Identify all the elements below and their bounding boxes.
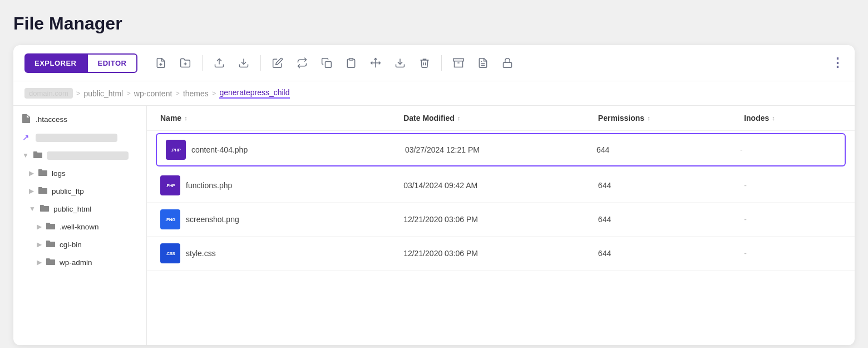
file-name-col-style: .CSS style.css — [160, 243, 403, 263]
sidebar-item-well-known-label: .well-known — [60, 223, 99, 231]
folder-icon-logs — [38, 168, 47, 178]
file-name-col-screenshot: .PNG screenshot.png — [160, 209, 403, 229]
breadcrumb-public-html[interactable]: public_html — [83, 89, 123, 98]
svg-rect-6 — [326, 62, 332, 68]
link-icon: ↗ — [22, 133, 31, 143]
sidebar-item-blurred1-label: ████████████████ — [36, 134, 117, 142]
rename-button[interactable] — [292, 53, 312, 73]
sidebar-item-blurred1[interactable]: ↗ ████████████████ — [13, 129, 146, 146]
breadcrumb-sep3: > — [175, 89, 180, 97]
breadcrumb-sep1: > — [76, 89, 81, 97]
chevron-right-icon: ▶ — [29, 169, 34, 177]
breadcrumb-themes[interactable]: themes — [183, 89, 209, 98]
breadcrumb-wp-content[interactable]: wp-content — [134, 89, 172, 98]
file-perms-style: 644 — [598, 249, 744, 258]
divider3 — [441, 55, 442, 71]
file-name-col-functions: .PHP functions.php — [160, 175, 403, 195]
file-name-col-content-404: .PHP content-404.php — [166, 140, 405, 160]
extract-button[interactable] — [234, 53, 254, 73]
file-type-icon-style: .CSS — [160, 243, 180, 263]
move-button[interactable] — [366, 53, 386, 73]
file-list-header: Name ↕ Date Modified ↕ Permissions ↕ Ino… — [147, 106, 855, 131]
sidebar: .htaccess ↗ ████████████████ ▼ █████████… — [13, 106, 147, 345]
tab-editor[interactable]: EDITOR — [87, 53, 138, 73]
file-name-style: style.css — [186, 249, 216, 258]
chevron-right-icon3: ▶ — [37, 223, 42, 231]
tab-group: EXPLORER EDITOR — [24, 53, 137, 73]
download-button[interactable] — [390, 53, 410, 73]
divider1 — [202, 55, 203, 71]
folder-open-icon-public-html — [40, 204, 49, 214]
sidebar-item-logs-label: logs — [52, 169, 66, 178]
sidebar-item-blurred2[interactable]: ▼ ████████████████ — [13, 146, 146, 164]
sidebar-item-logs[interactable]: ▶ logs — [13, 164, 146, 182]
sidebar-item-public-ftp[interactable]: ▶ public_ftp — [13, 182, 146, 200]
sidebar-item-htaccess[interactable]: .htaccess — [13, 110, 146, 129]
chevron-down-icon: ▼ — [22, 151, 29, 159]
page-title: File Manager — [13, 13, 855, 34]
svg-rect-11 — [453, 59, 463, 61]
folder-icon-cgi-bin — [46, 239, 55, 249]
upload-button[interactable] — [209, 53, 229, 73]
chevron-down-icon2: ▼ — [29, 205, 36, 213]
col-header-name[interactable]: Name ↕ — [160, 114, 403, 122]
file-inodes-functions: - — [744, 181, 841, 190]
toolbar: EXPLORER EDITOR — [13, 45, 855, 81]
sort-inodes-icon: ↕ — [772, 115, 775, 121]
file-rows-container: .PHP content-404.php 03/27/2024 12:21 PM… — [147, 133, 855, 271]
new-folder-button[interactable] — [175, 53, 195, 73]
file-type-icon-functions: .PHP — [160, 175, 180, 195]
file-row-functions[interactable]: .PHP functions.php 03/14/2024 09:42 AM 6… — [147, 169, 855, 203]
breadcrumb-sep2: > — [126, 89, 131, 97]
svg-rect-7 — [349, 58, 353, 60]
sidebar-item-public-ftp-label: public_ftp — [52, 187, 84, 195]
folder-icon-wp-admin — [46, 257, 55, 267]
chevron-right-icon5: ▶ — [37, 258, 42, 266]
file-type-icon-content-404: .PHP — [166, 140, 186, 160]
file-row-style[interactable]: .CSS style.css 12/21/2020 03:06 PM 644 - — [147, 237, 855, 271]
sidebar-item-well-known[interactable]: ▶ .well-known — [13, 218, 146, 236]
delete-button[interactable] — [415, 53, 435, 73]
sidebar-item-cgi-bin[interactable]: ▶ cgi-bin — [13, 236, 146, 253]
sidebar-item-wp-admin[interactable]: ▶ wp-admin — [13, 253, 146, 271]
file-row-screenshot[interactable]: .PNG screenshot.png 12/21/2020 03:06 PM … — [147, 203, 855, 237]
breadcrumb-generatepress-child[interactable]: generatepress_child — [219, 88, 289, 99]
sidebar-item-public-html-label: public_html — [53, 205, 91, 213]
file-row-content-404[interactable]: .PHP content-404.php 03/27/2024 12:21 PM… — [156, 133, 846, 166]
new-file-button[interactable] — [151, 53, 171, 73]
sidebar-item-htaccess-label: .htaccess — [36, 115, 67, 124]
col-header-date[interactable]: Date Modified ↕ — [403, 114, 598, 122]
file-name-content-404: content-404.php — [191, 145, 248, 154]
paste-button[interactable] — [341, 53, 361, 73]
file-manager-container: EXPLORER EDITOR — [13, 45, 855, 345]
sidebar-item-wp-admin-label: wp-admin — [60, 258, 92, 267]
svg-rect-15 — [504, 62, 512, 67]
folder-open-icon — [33, 150, 42, 160]
copy-button[interactable] — [317, 53, 337, 73]
file-inodes-screenshot: - — [744, 215, 841, 224]
main-content: .htaccess ↗ ████████████████ ▼ █████████… — [13, 106, 855, 345]
col-header-permissions[interactable]: Permissions ↕ — [598, 114, 744, 122]
file-perms-functions: 644 — [598, 181, 744, 190]
sidebar-item-public-html[interactable]: ▼ public_html — [13, 200, 146, 218]
divider2 — [260, 55, 261, 71]
file-date-functions: 03/14/2024 09:42 AM — [403, 181, 598, 190]
folder-icon-public-ftp — [38, 186, 47, 196]
tab-explorer[interactable]: EXPLORER — [24, 53, 87, 73]
file-date-style: 12/21/2020 03:06 PM — [403, 249, 598, 258]
permissions-button[interactable] — [497, 53, 517, 73]
col-header-inodes[interactable]: Inodes ↕ — [744, 114, 841, 122]
file-date-content-404: 03/27/2024 12:21 PM — [405, 145, 596, 154]
more-options-button[interactable]: ⋮ — [831, 56, 844, 70]
file-list: Name ↕ Date Modified ↕ Permissions ↕ Ino… — [147, 106, 855, 345]
edit-button[interactable] — [268, 53, 288, 73]
file-type-icon-screenshot: .PNG — [160, 209, 180, 229]
file-name-functions: functions.php — [186, 181, 232, 190]
breadcrumb-root[interactable]: domain.com — [24, 88, 73, 99]
info-button[interactable] — [473, 53, 493, 73]
archive-button[interactable] — [448, 53, 468, 73]
breadcrumb-sep4: > — [212, 89, 216, 97]
file-inodes-style: - — [744, 249, 841, 258]
folder-icon-well-known — [46, 222, 55, 232]
sort-name-icon: ↕ — [184, 115, 188, 121]
